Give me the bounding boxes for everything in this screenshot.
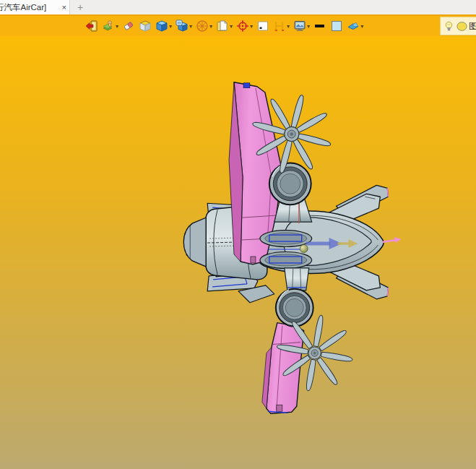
- new-tab-button[interactable]: +: [70, 0, 90, 14]
- dropdown-caret-icon[interactable]: ▾: [287, 23, 290, 30]
- cube-display-icon: [176, 20, 189, 33]
- color-swatch-icon: [330, 20, 343, 33]
- app-window: 行汽车AirCar] × + ▾: [0, 0, 476, 469]
- exit-button[interactable]: [85, 17, 99, 35]
- nose-cone[interactable]: [183, 218, 206, 267]
- origin-target-button[interactable]: ▾: [235, 17, 254, 35]
- dropdown-caret-icon[interactable]: ▾: [307, 23, 310, 30]
- sketch-solid-icon: [139, 20, 152, 33]
- main-toolbar: ▾ ▾: [0, 16, 476, 36]
- tail-axis-line: [382, 240, 396, 242]
- dropdown-caret-icon[interactable]: ▾: [209, 23, 212, 30]
- line-width-icon: [313, 20, 326, 33]
- cube-icon: [155, 20, 168, 33]
- pick-layers-icon: [102, 20, 115, 33]
- origin-sphere: [300, 245, 308, 253]
- wing-blue-marker: [243, 83, 250, 88]
- line-width-button[interactable]: [313, 17, 327, 35]
- material-button[interactable]: ▾: [346, 17, 364, 35]
- eraser-icon: [122, 20, 135, 33]
- dropdown-caret-icon[interactable]: ▾: [169, 23, 172, 30]
- layer-visibility-group: 图层: [440, 17, 476, 35]
- lower-duct[interactable]: [276, 289, 313, 327]
- lower-pylon[interactable]: [285, 268, 309, 291]
- render-monitor-button[interactable]: ▾: [293, 17, 311, 35]
- document-button[interactable]: ▾: [215, 17, 233, 35]
- tab-title: 行汽车AirCar]: [0, 2, 61, 13]
- dropdown-caret-icon[interactable]: ▾: [189, 23, 192, 30]
- tab-strip-empty: [90, 0, 476, 14]
- layer-label[interactable]: 图层: [469, 20, 476, 33]
- cube-display-button[interactable]: ▾: [175, 17, 193, 35]
- document-icon: [216, 20, 229, 33]
- cube-button[interactable]: ▾: [155, 17, 173, 35]
- pick-layers-button[interactable]: ▾: [101, 17, 119, 35]
- viewport-canvas[interactable]: [0, 36, 476, 469]
- sketch-solid-button[interactable]: [138, 17, 152, 35]
- clamp-button[interactable]: ▾: [272, 17, 290, 35]
- color-swatch-button[interactable]: [329, 17, 344, 35]
- clamp-icon: [273, 20, 286, 33]
- origin-target-icon: [236, 20, 249, 33]
- dropdown-caret-icon[interactable]: ▾: [230, 23, 233, 30]
- bulb-icon[interactable]: [443, 20, 455, 33]
- dropdown-caret-icon[interactable]: ▾: [116, 23, 118, 30]
- document-tab[interactable]: 行汽车AirCar] ×: [0, 0, 70, 14]
- aircar-model[interactable]: [0, 36, 476, 469]
- tab-close-icon[interactable]: ×: [62, 4, 66, 12]
- render-monitor-icon: [293, 20, 306, 33]
- frame-icon: [256, 20, 269, 33]
- dropdown-caret-icon[interactable]: ▾: [250, 23, 253, 30]
- dropdown-caret-icon[interactable]: ▾: [360, 23, 363, 30]
- frame-button[interactable]: [256, 17, 270, 35]
- wheel-button[interactable]: ▾: [195, 17, 213, 35]
- eraser-button[interactable]: [121, 17, 136, 35]
- material-icon: [347, 20, 360, 33]
- layer-circle-icon[interactable]: [456, 20, 468, 33]
- upper-duct[interactable]: [269, 163, 311, 205]
- tab-bar: 行汽车AirCar] × +: [0, 0, 476, 16]
- wheel-icon: [196, 20, 209, 33]
- exit-icon: [85, 20, 98, 33]
